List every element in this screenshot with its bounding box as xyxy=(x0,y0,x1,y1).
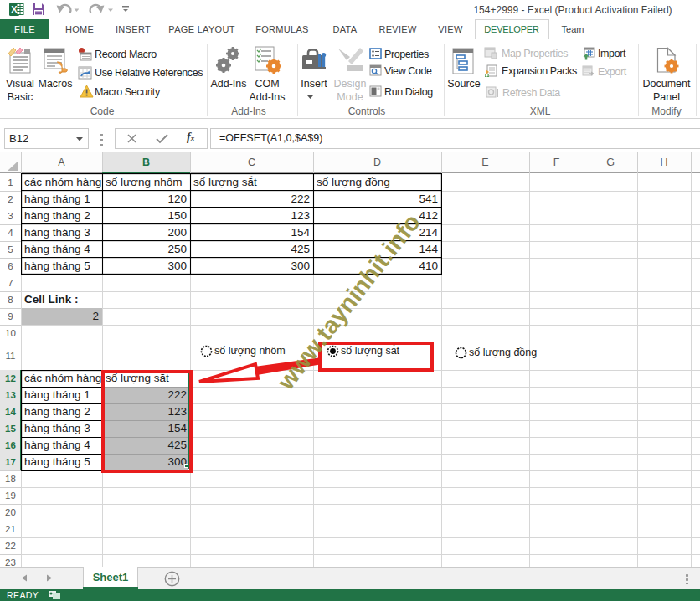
svg-text:X: X xyxy=(11,4,18,14)
